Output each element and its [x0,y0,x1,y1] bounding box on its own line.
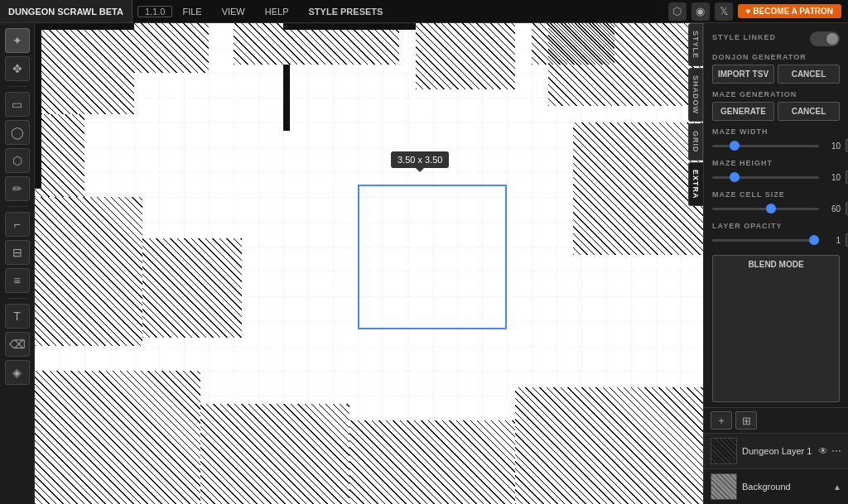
layer-opacity-value: 1 [824,236,841,245]
maze-cell-label: MAZE CELL SIZE [712,190,840,199]
import-tsv-button[interactable]: IMPORT TSV [712,65,774,84]
add-layer-button[interactable]: + [711,411,732,430]
generate-button[interactable]: GENERATE [712,102,774,121]
maze-height-value: 10 [824,173,841,182]
topbar: DUNGEON SCRAWL BETA 1.1.0 FILE VIEW HELP… [0,0,848,23]
canvas-area[interactable]: 3.50 x 3.50 [35,23,703,504]
tool-move[interactable]: ✥ [5,56,30,81]
twitter-icon[interactable]: 𝕏 [715,2,733,21]
style-linked-label: STYLE LINKED [712,33,776,41]
layer-expand-icon[interactable]: ▲ [833,482,841,492]
dimension-tooltip: 3.50 x 3.50 [391,151,449,168]
maze-height-row: 10 ▲ [712,170,840,184]
layer-opacity-slider[interactable] [712,239,819,242]
layer-thumbnail-background [711,473,737,500]
tool-fill[interactable]: ◈ [5,360,30,385]
cancel-maze-button[interactable]: CANCEL [778,102,840,121]
menu-help[interactable]: HELP [255,0,299,22]
patron-button[interactable]: ♥ BECOME A PATRON [738,4,841,18]
layer-item-dungeon[interactable]: Dungeon Layer 1 👁 ⋯ [704,434,848,469]
tool-wall[interactable]: ⌐ [5,212,30,237]
layer-controls-dungeon: 👁 ⋯ [818,445,841,457]
separator-3 [7,298,27,299]
discord-icon[interactable]: ⬡ [668,2,687,21]
tool-label[interactable]: T [5,304,30,329]
maze-width-row: 10 ▲ [712,139,840,152]
version-badge[interactable]: 1.1.0 [137,6,172,17]
layer-visibility-icon[interactable]: 👁 [818,445,828,457]
side-tabs: STYLE SHADOW GRID EXTRA [688,23,703,208]
donjon-label: DONJON GENERATOR [712,53,840,61]
tab-grid[interactable]: GRID [688,123,703,161]
add-layer-row: + ⊞ [704,408,848,434]
layer-thumb-preview [711,439,736,463]
style-linked-toggle[interactable] [810,31,840,46]
donjon-buttons: IMPORT TSV CANCEL [712,65,840,84]
maze-height-slider[interactable] [712,176,819,179]
tool-door[interactable]: ⊟ [5,240,30,265]
app-brand: DUNGEON SCRAWL BETA [0,0,132,22]
layer-name-background: Background [742,482,828,492]
tool-freehand[interactable]: ✏ [5,176,30,201]
layer-item-background[interactable]: Background ▲ [704,469,848,504]
maze-cell-row: 60 ▲ [712,202,840,215]
main-layout: ✦ ✥ ▭ ◯ ⬡ ✏ ⌐ ⊟ ≡ T ⌫ ◈ [0,23,848,504]
menu-file[interactable]: FILE [172,0,211,22]
maze-width-label: MAZE WIDTH [712,127,840,136]
right-panel: STYLE LINKED DONJON GENERATOR IMPORT TSV… [703,23,848,504]
tab-shadow[interactable]: SHADOW [688,68,703,122]
right-panel-content: STYLE LINKED DONJON GENERATOR IMPORT TSV… [704,23,848,407]
layer-opacity-section: LAYER OPACITY 1 ▲ [712,222,840,247]
layer-name-dungeon: Dungeon Layer 1 [742,446,813,456]
tab-extra[interactable]: EXTRA [688,162,703,207]
blend-mode-button[interactable]: BLEND MODE [712,255,840,402]
left-toolbar: ✦ ✥ ▭ ◯ ⬡ ✏ ⌐ ⊟ ≡ T ⌫ ◈ [0,23,35,504]
selection-rectangle [358,185,507,329]
maze-height-label: MAZE HEIGHT [712,159,840,167]
maze-cell-slider[interactable] [712,208,819,210]
cancel-donjon-button[interactable]: CANCEL [778,65,840,84]
tool-rectangle[interactable]: ▭ [5,92,30,117]
reddit-icon[interactable]: ◉ [691,2,710,21]
maze-cell-value: 60 [824,204,841,214]
tool-circle[interactable]: ◯ [5,120,30,145]
tool-stairs[interactable]: ≡ [5,268,30,293]
maze-width-slider[interactable] [712,145,819,147]
maze-section: MAZE GENERATION GENERATE CANCEL [712,90,840,121]
social-icons-group: ⬡ ◉ 𝕏 ♥ BECOME A PATRON [668,2,848,21]
maze-width-section: MAZE WIDTH 10 ▲ [712,127,840,152]
maze-cell-section: MAZE CELL SIZE 60 ▲ [712,190,840,215]
style-linked-row: STYLE LINKED [712,31,840,46]
donjon-section: DONJON GENERATOR IMPORT TSV CANCEL [712,53,840,84]
menu-style-presets[interactable]: STYLE PRESETS [299,0,393,22]
maze-buttons: GENERATE CANCEL [712,102,840,121]
maze-width-value: 10 [824,142,841,151]
menu-view[interactable]: VIEW [212,0,255,22]
tab-style[interactable]: STYLE [688,23,703,66]
maze-height-section: MAZE HEIGHT 10 ▲ [712,159,840,184]
layer-thumbnail-dungeon [711,438,737,464]
separator-2 [7,206,27,207]
separator-1 [7,86,27,87]
add-image-layer-button[interactable]: ⊞ [735,411,757,430]
tool-polygon[interactable]: ⬡ [5,148,30,173]
tool-pointer[interactable]: ✦ [5,28,30,53]
tool-eraser[interactable]: ⌫ [5,332,30,357]
layer-options-icon[interactable]: ⋯ [831,445,841,457]
layer-opacity-label: LAYER OPACITY [712,222,840,230]
bottom-panel: + ⊞ Dungeon Layer 1 👁 ⋯ Background ▲ [704,407,848,504]
layer-opacity-row: 1 ▲ [712,233,840,247]
maze-label: MAZE GENERATION [712,90,840,98]
